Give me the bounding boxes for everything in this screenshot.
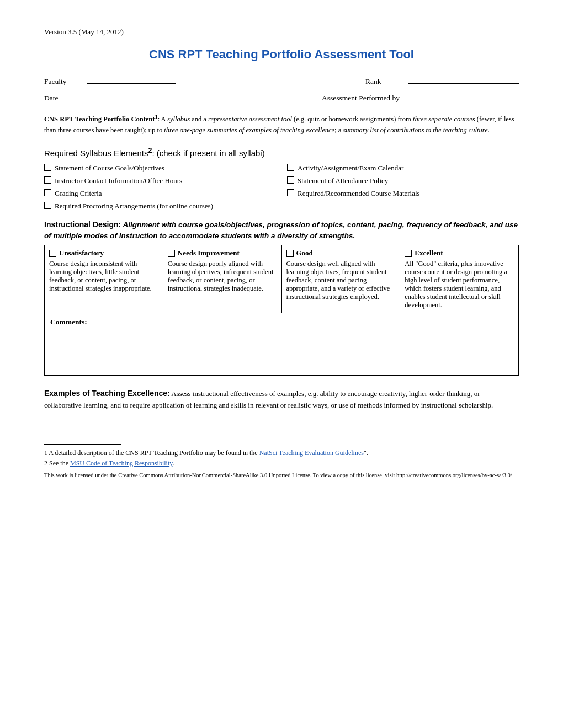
footnotes: 1 A detailed description of the CNS RPT … (44, 448, 519, 480)
checklist-item: Instructor Contact Information/Office Ho… (44, 176, 276, 186)
faculty-input-line (87, 75, 176, 84)
checkbox-7[interactable] (44, 202, 51, 209)
syllabus-checklist-grid: Statement of Course Goals/Objectives Ins… (44, 163, 519, 199)
needs-improvement-body: Course design poorly aligned with learni… (168, 260, 277, 293)
checkbox-6[interactable] (287, 189, 294, 196)
excellent-body: All "Good" criteria, plus innovative cou… (405, 260, 514, 309)
required-syllabus-section: Required Syllabus Elements2: (check if p… (44, 147, 519, 212)
content-description: CNS RPT Teaching Portfolio Content1: A s… (44, 113, 519, 136)
checklist-item: Required/Recommended Course Materials (287, 189, 519, 199)
syllabus-link: syllabus (167, 115, 190, 123)
checklist-item: Statement of Course Goals/Objectives (44, 163, 276, 173)
comments-area[interactable] (50, 326, 513, 371)
checkbox-3[interactable] (44, 189, 51, 196)
license-text: This work is licensed under the Creative… (44, 471, 519, 480)
comments-label: Comments: (50, 318, 513, 326)
version-text: Version 3.5 (May 14, 2012) (44, 28, 519, 36)
comments-row: Comments: (45, 313, 519, 376)
examples-section: Examples of Teaching Excellence: Assess … (44, 388, 519, 411)
faculty-label: Faculty (44, 77, 83, 86)
assessment-performed-by-label: Assessment Performed by (322, 94, 400, 103)
instructional-design-section: Instructional Design: Alignment with cou… (44, 220, 519, 376)
rating-table: Unsatisfactory Course design inconsisten… (44, 245, 519, 376)
rating-headers-row: Unsatisfactory Course design inconsisten… (45, 245, 519, 313)
rating-good: Good Course design well aligned with lea… (282, 245, 400, 313)
date-label: Date (44, 94, 83, 103)
footnote-2: 2 See the MSU Code of Teaching Responsib… (44, 458, 519, 469)
msu-code-link[interactable]: MSU Code of Teaching Responsibility (70, 459, 172, 467)
good-body: Course design well aligned with learning… (286, 260, 396, 301)
rating-needs-improvement: Needs Improvement Course design poorly a… (163, 245, 282, 313)
content-bold: CNS RPT Teaching Portfolio Content1 (44, 115, 158, 123)
required-syllabus-title: Required Syllabus Elements2: (check if p… (44, 147, 519, 158)
unsatisfactory-body: Course design inconsistent with learning… (49, 260, 158, 293)
summary-list-link: summary list of contributions to the tea… (343, 126, 487, 134)
examples-title: Examples of Teaching Excellence: (44, 389, 170, 398)
checklist-item: Statement of Attendance Policy (287, 176, 519, 186)
representative-assessment-link: representative assessment tool (208, 115, 292, 123)
checkbox-needs-improvement[interactable] (168, 250, 175, 257)
checkbox-1[interactable] (44, 164, 51, 171)
checkbox-5[interactable] (287, 176, 294, 184)
rank-label: Rank (365, 77, 404, 86)
checklist-item: Activity/Assignment/Exam Calendar (287, 163, 519, 173)
assessment-performed-by-input-line (408, 92, 519, 100)
comments-cell: Comments: (45, 313, 519, 376)
checkbox-2[interactable] (44, 176, 51, 184)
checkbox-excellent[interactable] (405, 250, 412, 257)
rank-input-line (408, 75, 519, 84)
checkbox-unsatisfactory[interactable] (49, 250, 56, 257)
form-fields: Faculty Rank Date Assessment Performed b… (44, 75, 519, 103)
footnote-1: 1 A detailed description of the CNS RPT … (44, 448, 519, 458)
checkbox-4[interactable] (287, 164, 294, 171)
checklist-item-full: Required Proctoring Arrangements (for on… (44, 201, 519, 211)
natsci-link[interactable]: NatSci Teaching Evaluation Guidelines (259, 449, 364, 457)
three-one-page-link: three one-page summaries of examples of … (164, 126, 334, 134)
rating-excellent: Excellent All "Good" criteria, plus inno… (400, 245, 519, 313)
instructional-design-title: Instructional Design: Alignment with cou… (44, 220, 519, 242)
page-title: CNS RPT Teaching Portfolio Assessment To… (44, 47, 519, 62)
three-courses-link: three separate courses (413, 115, 475, 123)
rating-unsatisfactory: Unsatisfactory Course design inconsisten… (45, 245, 163, 313)
checklist-item: Grading Criteria (44, 189, 276, 199)
checkbox-good[interactable] (286, 250, 294, 257)
date-input-line (87, 92, 176, 100)
footnote-divider (44, 444, 121, 445)
